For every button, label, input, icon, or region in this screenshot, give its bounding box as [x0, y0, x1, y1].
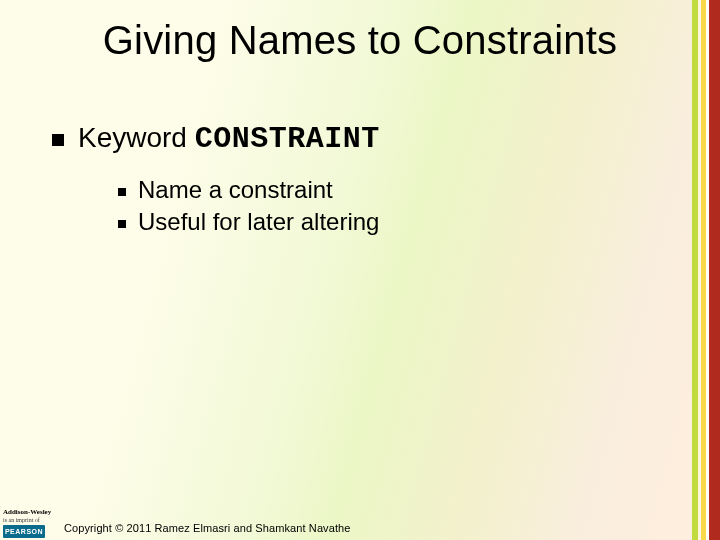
bullet-level1-prefix: Keyword — [78, 122, 195, 153]
decorative-stripes — [692, 0, 720, 540]
square-bullet-icon — [52, 134, 64, 146]
slide: Giving Names to Constraints Keyword CONS… — [0, 0, 720, 540]
bullet-level2-text: Name a constraint — [138, 176, 333, 203]
publisher-logo: Addison-Wesley is an imprint of PEARSON — [3, 509, 57, 538]
bullet-level2: Name a constraint — [118, 174, 333, 205]
imprint-line2: is an imprint of — [3, 517, 57, 523]
slide-title: Giving Names to Constraints — [0, 18, 720, 63]
bullet-level1: Keyword CONSTRAINT — [52, 120, 380, 159]
pearson-brand: PEARSON — [3, 525, 45, 538]
square-bullet-icon — [118, 220, 126, 228]
copyright-text: Copyright © 2011 Ramez Elmasri and Shamk… — [64, 522, 351, 534]
keyword-code: CONSTRAINT — [195, 122, 380, 156]
square-bullet-icon — [118, 188, 126, 196]
footer: Addison-Wesley is an imprint of PEARSON … — [0, 500, 720, 540]
bullet-level2-text: Useful for later altering — [138, 208, 379, 235]
bullet-level2: Useful for later altering — [118, 206, 379, 237]
imprint-line1: Addison-Wesley — [3, 509, 57, 516]
